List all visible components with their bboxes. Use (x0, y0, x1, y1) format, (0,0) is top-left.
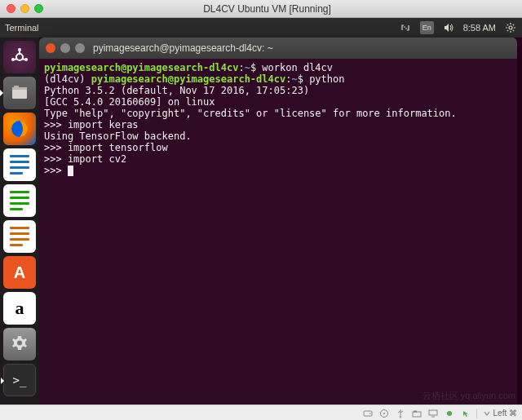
repl-import-keras: >>> import keras (44, 119, 139, 130)
terminal-window: pyimagesearch@pyimagesearch-dl4cv: ~ pyi… (39, 38, 517, 415)
svg-point-12 (17, 341, 22, 346)
svg-line-6 (22, 59, 24, 60)
prompt-user: pyimagesearch@pyimagesearch-dl4cv (44, 62, 238, 73)
files-icon[interactable] (3, 77, 36, 109)
terminal-window-controls (46, 43, 85, 53)
python-help-hint: Type "help", "copyright", "credits" or "… (44, 108, 457, 119)
svg-rect-19 (414, 410, 417, 412)
system-settings-icon[interactable] (3, 328, 36, 360)
virtualbox-status-bar: Left ⌘ (0, 405, 522, 420)
libreoffice-impress-icon[interactable] (3, 220, 36, 253)
terminal-glyph: >_ (13, 374, 27, 387)
svg-rect-10 (14, 86, 19, 88)
terminal-minimize-icon[interactable] (60, 43, 70, 53)
terminal-body[interactable]: pyimagesearch@pyimagesearch-dl4cv:~$ wor… (39, 59, 517, 415)
terminal-titlebar[interactable]: pyimagesearch@pyimagesearch-dl4cv: ~ (39, 38, 517, 59)
volume-icon[interactable] (442, 21, 455, 34)
mac-traffic-lights (7, 4, 43, 13)
vm-screen: Terminal En 8:58 AM (0, 18, 522, 420)
close-icon[interactable] (7, 4, 15, 13)
repl-import-tensorflow: >>> import tensorflow (44, 142, 168, 153)
vb-recording-icon[interactable] (444, 408, 455, 419)
chevron-down-icon (482, 409, 492, 418)
repl-prompt: >>> (44, 165, 68, 176)
amazon-icon[interactable]: a (3, 292, 36, 325)
mac-titlebar: DL4CV Ubuntu VM [Running] (0, 0, 522, 18)
svg-point-14 (369, 413, 371, 414)
vb-shared-folders-icon[interactable] (411, 408, 422, 419)
gcc-info: [GCC 5.4.0 20160609] on linux (44, 96, 215, 108)
svg-rect-20 (429, 410, 437, 415)
svg-point-0 (509, 26, 512, 29)
terminal-close-icon[interactable] (46, 43, 55, 53)
svg-point-16 (383, 413, 385, 414)
svg-point-3 (24, 58, 28, 61)
vb-optical-icon[interactable] (378, 408, 390, 419)
terminal-launcher-icon[interactable]: >_ (3, 364, 36, 396)
virtualenv-name: (dl4cv) (44, 73, 91, 85)
vb-host-key[interactable]: Left ⌘ (476, 409, 517, 418)
terminal-maximize-icon[interactable] (75, 43, 85, 53)
dash-icon[interactable] (3, 41, 36, 73)
libreoffice-calc-icon[interactable] (3, 184, 36, 217)
libreoffice-writer-icon[interactable] (3, 148, 36, 181)
clock[interactable]: 8:58 AM (463, 23, 496, 33)
zoom-icon[interactable] (34, 4, 43, 13)
svg-point-4 (11, 58, 15, 61)
network-icon[interactable] (399, 21, 412, 34)
language-indicator[interactable]: En (420, 21, 434, 34)
svg-line-7 (15, 59, 17, 60)
ubuntu-software-icon[interactable]: A (3, 256, 36, 289)
active-app-title: Terminal (5, 23, 39, 33)
cursor-icon (68, 166, 73, 176)
gear-icon[interactable] (504, 21, 517, 34)
unity-launcher: A a >_ (0, 38, 39, 420)
svg-point-17 (400, 416, 401, 418)
repl-import-cv2: >>> import cv2 (44, 153, 126, 165)
cmd-python: python (309, 73, 344, 85)
minimize-icon[interactable] (20, 4, 29, 13)
panel-indicators: En 8:58 AM (399, 21, 517, 34)
vb-usb-icon[interactable] (395, 408, 406, 419)
svg-point-22 (447, 411, 452, 416)
host-key-label: Left ⌘ (493, 409, 517, 418)
terminal-title: pyimagesearch@pyimagesearch-dl4cv: ~ (93, 42, 273, 54)
tensorflow-backend-msg: Using TensorFlow backend. (44, 130, 192, 142)
prompt-path: ~ (245, 62, 250, 73)
vb-mouse-integration-icon[interactable] (460, 408, 471, 419)
cmd-workon: workon dl4cv (262, 62, 333, 73)
vb-hdd-icon[interactable] (362, 408, 374, 419)
svg-rect-18 (413, 412, 421, 417)
firefox-icon[interactable] (3, 113, 36, 145)
vb-display-icon[interactable] (427, 408, 439, 419)
svg-point-2 (18, 48, 21, 51)
amazon-glyph: a (15, 298, 24, 319)
software-glyph: A (14, 263, 25, 282)
ubuntu-top-panel: Terminal En 8:58 AM (0, 18, 522, 38)
python-version: Python 3.5.2 (default, Nov 17 2016, 17:0… (44, 85, 309, 96)
mac-window-title: DL4CV Ubuntu VM [Running] (51, 3, 483, 15)
